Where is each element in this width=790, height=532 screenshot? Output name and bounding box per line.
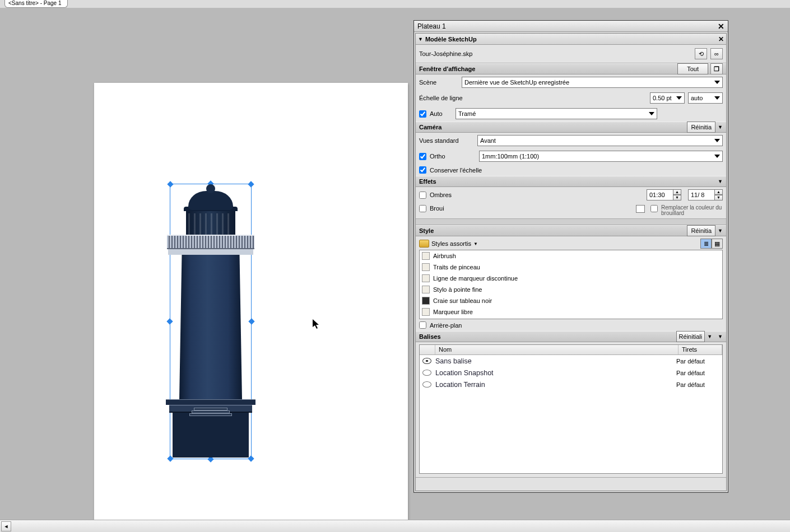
resize-handle-w[interactable]	[166, 318, 173, 324]
style-item[interactable]: Craie sur tableau noir	[420, 295, 722, 306]
resize-handle-ne[interactable]	[248, 181, 254, 187]
style-list[interactable]: Airbrush Traits de pinceau Ligne de marq…	[419, 250, 723, 319]
shadows-time-input[interactable]	[647, 189, 673, 200]
spin-down-icon[interactable]: ▼	[715, 195, 723, 200]
tag-dash[interactable]: Par défaut	[676, 358, 720, 365]
shadows-label: Ombres	[430, 192, 475, 198]
page-canvas[interactable]	[94, 83, 408, 520]
unlink-button[interactable]: ∞	[710, 48, 723, 59]
background-checkbox[interactable]	[419, 321, 426, 329]
visibility-icon[interactable]	[422, 358, 432, 365]
panel-status-bar	[416, 477, 726, 491]
style-item[interactable]: Traits de pinceau	[420, 262, 722, 273]
folder-icon[interactable]	[419, 240, 429, 248]
spin-up-icon[interactable]: ▲	[673, 189, 681, 195]
style-item[interactable]: Marqueur libre	[420, 306, 722, 318]
ortho-scale-select[interactable]: 1mm:100mm (1:100)	[479, 151, 723, 162]
tag-name: Location Snapshot	[432, 369, 676, 377]
grid-view-icon[interactable]: ▦	[712, 239, 723, 249]
tags-table[interactable]: Nom Tirets Sans balise Par défaut Locati…	[419, 344, 723, 474]
tag-row[interactable]: Sans balise Par défaut	[420, 355, 722, 367]
tag-dash[interactable]: Par défaut	[676, 381, 720, 388]
tags-section-header[interactable]: Balises Réinitiali ▼ ▼	[416, 331, 726, 342]
auto-checkbox[interactable]	[419, 110, 426, 118]
tag-row[interactable]: Location Terrain Par défaut	[420, 379, 722, 390]
model-section-header[interactable]: ▼ Modèle SketchUp ✕	[416, 34, 726, 45]
visibility-icon[interactable]	[422, 370, 432, 376]
collapse-icon: ▼	[418, 36, 423, 42]
auto-label: Auto	[430, 110, 452, 117]
horizontal-scrollbar[interactable]: ◄	[0, 520, 790, 532]
shadows-time-spinner[interactable]: ▲▼	[647, 189, 681, 200]
fog-override-checkbox[interactable]	[650, 205, 658, 212]
viewport-all-button[interactable]: Tout	[677, 63, 708, 74]
resize-handle-e[interactable]	[248, 318, 254, 324]
list-view-icon[interactable]: ≣	[700, 239, 712, 249]
viewport-section-header[interactable]: Fenêtre d'affichage Tout ❐	[416, 63, 726, 74]
style-item[interactable]: Stylo à pointe fine	[420, 284, 722, 295]
style-section-header[interactable]: Style Réinitia ▼	[416, 225, 726, 236]
style-collection-dropdown-icon[interactable]: ▼	[473, 241, 478, 246]
line-scale-mode-select[interactable]: auto	[688, 92, 723, 104]
tags-col-dash[interactable]: Tirets	[679, 345, 722, 354]
preserve-scale-checkbox[interactable]	[419, 166, 426, 174]
model-filename: Tour-Joséphine.skp	[419, 50, 691, 57]
line-scale-value-select[interactable]: 0.50 pt	[650, 92, 685, 104]
tray-title: Plateau 1	[417, 22, 446, 30]
style-collapse-icon[interactable]: ▼	[718, 228, 723, 234]
tags-col-name[interactable]: Nom	[435, 345, 679, 354]
scroll-left-icon[interactable]: ◄	[1, 521, 11, 531]
tags-collapse-icon[interactable]: ▼	[718, 334, 723, 339]
svg-marker-0	[313, 319, 319, 329]
effects-section-header[interactable]: Effets ▼	[416, 176, 726, 187]
fog-label: Broui	[430, 205, 475, 212]
tags-reset-button[interactable]: Réinitiali	[676, 331, 705, 342]
fog-override-label: Remplacer la couleur du brouillard	[661, 205, 723, 216]
tray-close-icon[interactable]: ✕	[718, 22, 724, 31]
background-label: Arrière-plan	[430, 322, 462, 329]
tray-titlebar[interactable]: Plateau 1 ✕	[414, 21, 728, 32]
effects-section-title: Effets	[419, 178, 436, 185]
fog-color-swatch[interactable]	[636, 205, 645, 213]
render-mode-select[interactable]: Tramé	[456, 108, 657, 119]
camera-section-header[interactable]: Caméra Réinitia ▼	[416, 122, 726, 133]
style-collection[interactable]: Styles assortis	[431, 240, 471, 247]
ortho-checkbox[interactable]	[419, 153, 426, 160]
tags-section-title: Balises	[419, 333, 441, 340]
tags-menu-icon[interactable]: ▼	[707, 334, 712, 339]
shadows-date-spinner[interactable]: ▲▼	[688, 189, 723, 200]
resize-handle-nw[interactable]	[167, 181, 173, 187]
spin-up-icon[interactable]: ▲	[715, 189, 723, 195]
cursor-icon	[313, 319, 319, 329]
document-tab[interactable]: <Sans titre> - Page 1	[4, 0, 68, 8]
camera-collapse-icon[interactable]: ▼	[718, 124, 723, 130]
effects-collapse-icon[interactable]: ▼	[718, 179, 723, 184]
tag-name: Sans balise	[432, 357, 676, 365]
visibility-icon[interactable]	[422, 381, 432, 388]
selection-bounds[interactable]	[170, 184, 252, 459]
fog-checkbox[interactable]	[419, 205, 426, 212]
line-scale-label: Échelle de ligne	[419, 95, 474, 101]
model-section-title: Modèle SketchUp	[425, 36, 477, 43]
relink-button[interactable]: ⟲	[695, 48, 707, 59]
resize-handle-se[interactable]	[248, 455, 254, 461]
tag-row[interactable]: Location Snapshot Par défaut	[420, 367, 722, 379]
style-item[interactable]: Airbrush	[420, 250, 722, 262]
shadows-checkbox[interactable]	[419, 192, 426, 199]
scene-select[interactable]: Dernière vue de SketchUp enregistrée	[462, 77, 723, 88]
style-item[interactable]: Ligne de marqueur discontinue	[420, 273, 722, 284]
viewport-copy-icon[interactable]: ❐	[710, 63, 723, 74]
preserve-scale-label: Conserver l'échelle	[430, 167, 482, 174]
viewport-section-title: Fenêtre d'affichage	[419, 66, 475, 72]
scene-label: Scène	[419, 79, 458, 86]
ortho-label: Ortho	[430, 153, 476, 160]
shadows-date-input[interactable]	[688, 189, 715, 200]
camera-reset-button[interactable]: Réinitia	[687, 122, 715, 133]
tag-dash[interactable]: Par défaut	[676, 370, 720, 376]
style-reset-button[interactable]: Réinitia	[687, 225, 715, 236]
model-section-close-icon[interactable]: ✕	[718, 35, 724, 43]
std-views-select[interactable]: Avant	[477, 135, 723, 146]
spin-down-icon[interactable]: ▼	[673, 195, 681, 200]
tray-panel[interactable]: Plateau 1 ✕ ▼ Modèle SketchUp ✕ Tour-Jos…	[413, 20, 728, 493]
viewport-content-lighthouse	[173, 197, 249, 458]
